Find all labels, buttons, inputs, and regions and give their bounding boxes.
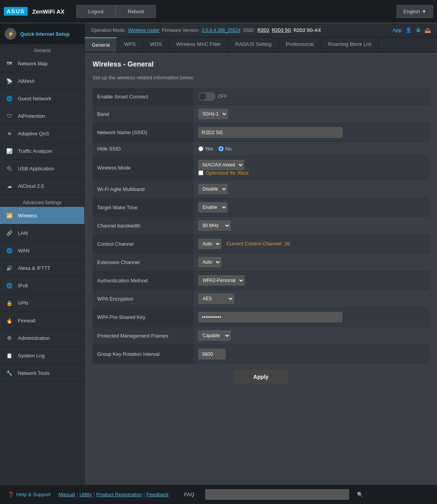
wifi-agile-select[interactable]: Disable Enable (198, 184, 227, 194)
operation-mode-value[interactable]: Wireless router (128, 28, 159, 33)
network-map-icon: 🗺 (5, 59, 14, 68)
user-icon[interactable]: 👤 (406, 27, 412, 33)
wpa-key-label: WPA Pre-Shared Key (93, 308, 194, 327)
wireless-mode-select[interactable]: N/AC/AX mixed N only AC only (198, 160, 244, 170)
tab-radius-setting[interactable]: RADIUS Setting (228, 37, 279, 52)
sidebar-item-alexa[interactable]: 🔊 Alexa & IFTTT (0, 259, 84, 277)
lan-icon: 🔗 (5, 228, 14, 238)
target-wake-time-row: Target Wake Time Enable Disable (93, 198, 429, 217)
reboot-button[interactable]: Reboot (115, 5, 156, 18)
wireless-mode-row: Wireless Mode N/AC/AX mixed N only AC on… (93, 156, 429, 180)
wifi-agile-row: Wi-Fi Agile Multiband Disable Enable (93, 180, 429, 198)
pmf-select[interactable]: Disable Capable Required (198, 331, 231, 341)
guest-network-icon: 🌐 (5, 94, 14, 103)
sidebar-item-ipv6[interactable]: 🌐 IPv6 (0, 277, 84, 294)
wpa-encryption-select[interactable]: AES TKIP+AES (198, 294, 234, 304)
sidebar-item-label: WAN (18, 248, 30, 254)
band-select[interactable]: 2.4GHz 5GHz-1 5GHz-2 (198, 109, 228, 119)
main-layout: ⚡ Quick Internet Setup General 🗺 Network… (0, 23, 437, 485)
sidebar-item-aiprotection[interactable]: 🛡 AiProtection (0, 107, 84, 125)
settings-table: Enable Smart Connect OFF Band (93, 88, 429, 364)
smart-connect-row: Enable Smart Connect OFF (93, 88, 429, 105)
ssid-field-label: Network Name (SSID) (93, 123, 194, 142)
sidebar-item-guest-network[interactable]: 🌐 Guest Network (0, 90, 84, 107)
sidebar-item-vpn[interactable]: 🔒 VPN (0, 294, 84, 312)
control-channel-value: Auto 36 40 44 48 Current Control Channel… (194, 235, 429, 253)
sidebar-item-system-log[interactable]: 📋 System Log (0, 347, 84, 364)
sidebar-item-network-tools[interactable]: 🔧 Network Tools (0, 364, 84, 382)
faq-label: FAQ (184, 492, 194, 497)
optimized-xbox-checkbox[interactable] (198, 170, 203, 175)
ssid2[interactable]: R2D2 5G (272, 28, 291, 33)
sidebar-item-traffic-analyzer[interactable]: 📊 Traffic Analyzer (0, 142, 84, 160)
traffic-analyzer-icon: 📊 (5, 146, 14, 156)
group-key-input[interactable] (198, 349, 225, 359)
sidebar-item-label: AiMesh (18, 78, 35, 84)
smart-connect-toggle[interactable] (198, 92, 215, 101)
sidebar-item-aicloud[interactable]: ☁ AiCloud 2.0 (0, 177, 84, 195)
channel-bandwidth-select[interactable]: 20 MHz 40 MHz 80 MHz 160 MHz (198, 220, 231, 231)
general-section-label: General (0, 45, 84, 55)
app-label[interactable]: App (393, 27, 402, 33)
ssid1[interactable]: R2D2 (257, 28, 269, 33)
firewall-icon: 🔥 (5, 316, 14, 325)
footer-search-icon[interactable]: 🔍 (357, 492, 363, 497)
header: ASUS ZenWiFi AX Logout Reboot English ▼ (0, 0, 437, 23)
product-registration-link[interactable]: Product Registration (96, 492, 142, 497)
sidebar-item-label: Wireless (18, 213, 37, 219)
sidebar-item-label: System Log (18, 353, 45, 359)
quick-internet-setup[interactable]: ⚡ Quick Internet Setup (0, 23, 84, 45)
sidebar-item-wan[interactable]: 🌐 WAN (0, 242, 84, 259)
hide-ssid-no-radio[interactable] (218, 146, 224, 151)
tab-wds[interactable]: WDS (143, 37, 169, 52)
sidebar-item-network-map[interactable]: 🗺 Network Map (0, 55, 84, 72)
firmware-value[interactable]: 3.0.0.4.386_25524 (202, 28, 241, 33)
tab-general[interactable]: General (85, 37, 117, 52)
ssid-label: SSID: (243, 28, 255, 33)
language-select[interactable]: English ▼ (397, 5, 433, 18)
top-info-bar: Operation Mode: Wireless router Firmware… (85, 23, 437, 37)
sidebar-item-aimesh[interactable]: 📡 AiMesh (0, 72, 84, 90)
monitor-icon[interactable]: 🖥 (416, 27, 421, 33)
auth-method-select[interactable]: Open System WPA-Personal WPA2-Personal W… (198, 275, 245, 285)
sidebar-item-firewall[interactable]: 🔥 Firewall (0, 312, 84, 329)
sidebar-item-administration[interactable]: ⚙ Administration (0, 329, 84, 347)
group-key-label: Group Key Rotation Interval (93, 345, 194, 364)
tab-roaming-block-list[interactable]: Roaming Block List (321, 37, 379, 52)
apply-button[interactable]: Apply (234, 370, 288, 384)
hide-ssid-yes-label[interactable]: Yes (198, 146, 213, 152)
product-name: ZenWiFi AX (31, 8, 65, 15)
wpa-key-value (194, 308, 429, 327)
sidebar-item-label: Firewall (18, 318, 35, 324)
sidebar-item-lan[interactable]: 🔗 LAN (0, 224, 84, 242)
share-icon[interactable]: 📤 (425, 27, 431, 33)
network-tools-icon: 🔧 (5, 368, 14, 378)
sidebar-item-label: Network Tools (18, 370, 49, 376)
qis-icon: ⚡ (5, 28, 16, 40)
sidebar-item-wireless[interactable]: 📶 Wireless (0, 207, 84, 224)
hide-ssid-yes-radio[interactable] (198, 146, 203, 151)
wifi-agile-label: Wi-Fi Agile Multiband (93, 180, 194, 198)
manual-link[interactable]: Manual (58, 492, 75, 497)
hide-ssid-no-label[interactable]: No (218, 146, 232, 152)
extension-channel-select[interactable]: Auto (198, 257, 221, 267)
administration-icon: ⚙ (5, 333, 14, 343)
wpa-encryption-value: AES TKIP+AES (194, 290, 429, 308)
feedback-link[interactable]: Feedback (147, 492, 169, 497)
ssid-input[interactable] (198, 127, 342, 138)
optimized-xbox-label[interactable]: Optimized for Xbox (198, 170, 425, 176)
sidebar-item-label: IPv6 (18, 283, 28, 289)
tab-wps[interactable]: WPS (117, 37, 143, 52)
sidebar-item-usb-application[interactable]: 🔌 USB Application (0, 160, 84, 177)
faq-search-input[interactable] (205, 489, 349, 500)
sidebar-item-label: Administration (18, 335, 50, 341)
utility-link[interactable]: Utility (79, 492, 92, 497)
help-support[interactable]: ❓ Help & Support (8, 492, 51, 497)
target-wake-time-select[interactable]: Enable Disable (198, 202, 227, 212)
logout-button[interactable]: Logout (76, 5, 116, 18)
sidebar-item-adaptive-qos[interactable]: ≋ Adaptive QoS (0, 125, 84, 142)
wpa-key-input[interactable] (198, 312, 342, 322)
tab-professional[interactable]: Professional (279, 37, 321, 52)
control-channel-select[interactable]: Auto 36 40 44 48 (198, 239, 221, 249)
tab-wireless-mac-filter[interactable]: Wireless MAC Filter (169, 37, 228, 52)
